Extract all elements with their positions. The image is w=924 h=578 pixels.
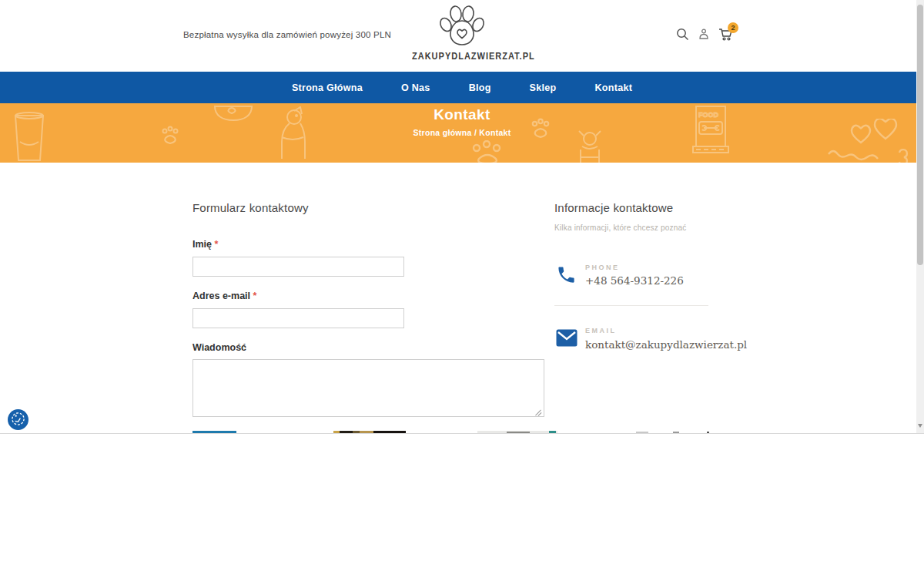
message-textarea[interactable] (192, 359, 544, 417)
nav-item-strona-glowna[interactable]: Strona Główna (292, 82, 363, 93)
contact-info-subtitle: Kilka informacji, które chcesz poznać (554, 223, 686, 232)
partial-element (636, 432, 648, 434)
breadcrumb-home-link[interactable]: Strona główna (413, 128, 471, 137)
name-input[interactable] (192, 257, 404, 277)
partial-element (673, 432, 679, 434)
partial-product-image (477, 431, 557, 434)
phone-value: +48 564-9312-226 (585, 274, 684, 287)
phone-icon (556, 264, 577, 288)
required-mark: * (253, 291, 257, 301)
divider (554, 305, 708, 306)
main-nav: Strona Główna O Nas Blog Sklep Kontakt (0, 72, 924, 103)
nav-item-kontakt[interactable]: Kontakt (594, 82, 632, 93)
nav-item-blog[interactable]: Blog (469, 82, 491, 93)
contact-info-title: Informacje kontaktowe (554, 201, 673, 214)
partial-element (707, 432, 709, 434)
topbar: Bezpłatna wysyłka dla zamówień powyżej 3… (0, 0, 924, 72)
header-icons: 2 (676, 25, 733, 45)
required-mark: * (215, 239, 219, 250)
partial-text (507, 432, 530, 433)
email-input[interactable] (192, 308, 404, 328)
partial-product-image (333, 431, 406, 434)
phone-label: PHONE (585, 264, 620, 271)
account-icon[interactable] (699, 29, 708, 42)
paw-logo-icon (412, 5, 512, 49)
paw-print-icon (470, 140, 505, 163)
page: Bezpłatna wysyłka dla zamówień powyżej 3… (0, 0, 924, 578)
nav-item-o-nas[interactable]: O Nas (401, 82, 430, 93)
breadcrumb-current: Kontakt (479, 128, 511, 137)
site-logo[interactable]: ZAKUPYDLAZWIERZAT.PL (412, 5, 512, 60)
breadcrumb: Strona główna / Kontakt (0, 128, 924, 137)
email-field-label: Adres e-mail * (192, 291, 256, 301)
page-banner: FOOD Kontakt Strona główna / Kontakt (0, 103, 924, 163)
accessibility-widget-button[interactable] (8, 409, 28, 430)
site-viewport: Bezpłatna wysyłka dla zamówień powyżej 3… (0, 0, 924, 434)
logo-text: ZAKUPYDLAZWIERZAT.PL (412, 50, 512, 61)
hearts-and-bone-icon (825, 119, 910, 163)
partial-accent (549, 431, 556, 434)
scrollbar[interactable] (916, 0, 924, 434)
page-title: Kontakt (0, 106, 924, 123)
email-icon (556, 329, 578, 350)
submit-button[interactable] (192, 431, 236, 434)
cart-icon[interactable]: 2 (718, 28, 733, 44)
breadcrumb-separator: / (474, 128, 477, 137)
email-value: kontakt@zakupydlazwierzat.pl (585, 338, 747, 351)
email-label: EMAIL (585, 327, 617, 334)
scrollbar-thumb[interactable] (917, 5, 923, 265)
search-icon[interactable] (676, 28, 689, 44)
nav-item-sklep[interactable]: Sklep (530, 82, 557, 93)
form-title: Formularz kontaktowy (192, 201, 309, 214)
shipping-note: Bezpłatna wysyłka dla zamówień powyżej 3… (183, 30, 391, 39)
name-field-label: Imię * (192, 239, 218, 250)
scrollbar-down-arrow[interactable] (918, 424, 922, 428)
accessibility-icon (11, 412, 25, 428)
message-field-label: Wiadomość (192, 342, 246, 353)
cart-count-badge: 2 (728, 22, 738, 33)
